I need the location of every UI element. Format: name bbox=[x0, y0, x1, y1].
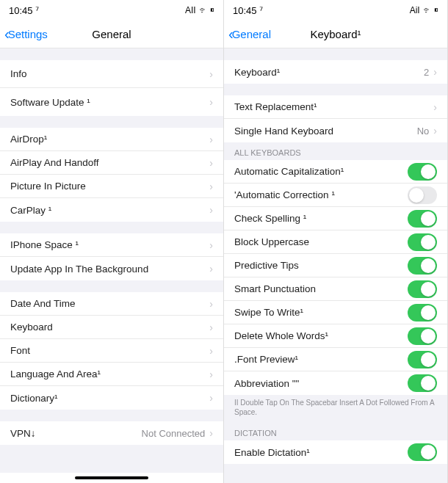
row-value: No bbox=[417, 126, 430, 137]
list-row[interactable]: Text Replacement¹› bbox=[224, 95, 447, 119]
row-label: Smart Punctuation bbox=[234, 283, 316, 294]
nav-title: General bbox=[92, 28, 131, 40]
row-label: Keyboard¹ bbox=[234, 67, 280, 78]
list-row[interactable]: VPN↓Not Connected› bbox=[0, 421, 223, 445]
group-vpn: VPN↓Not Connected› bbox=[0, 421, 223, 445]
row-label: CarPlay ¹ bbox=[10, 205, 51, 216]
row-label: Update App In The Background bbox=[10, 264, 148, 275]
chevron-right-icon: › bbox=[209, 68, 213, 80]
toggle-switch[interactable] bbox=[408, 186, 437, 204]
back-button[interactable]: ‹ General bbox=[224, 26, 271, 43]
row-enable-dictation[interactable]: Enable Dictation¹ bbox=[224, 440, 447, 464]
keyboard-settings-panel: 10:45 ⁷ AiI ᯤ ◧ ‹ General Keyboard¹ Keyb… bbox=[224, 0, 448, 483]
chevron-right-icon: › bbox=[209, 345, 213, 357]
row-label: IPhone Space ¹ bbox=[10, 239, 79, 250]
list-row[interactable]: Software Update ¹› bbox=[0, 88, 223, 116]
list-row[interactable]: Picture In Picture› bbox=[0, 175, 223, 198]
status-time: 10:45 ⁷ bbox=[9, 5, 39, 16]
row-value: 2 bbox=[424, 67, 429, 78]
toggle-switch[interactable] bbox=[408, 163, 437, 181]
row-label: Enable Dictation¹ bbox=[234, 447, 310, 458]
row-label: AirDrop¹ bbox=[10, 134, 47, 145]
status-icons: AiI ᯤ ◧ bbox=[410, 5, 438, 15]
group-locale: Date And Time›Keyboard›Font›Language And… bbox=[0, 292, 223, 410]
toggle-switch[interactable] bbox=[408, 280, 437, 298]
section-header-dictation: DICTATION bbox=[224, 423, 447, 440]
row-value: Not Connected bbox=[142, 428, 206, 439]
list-row[interactable]: Keyboard¹2› bbox=[224, 60, 447, 84]
status-bar: 10:45 ⁷ AiI ᯤ ◧ bbox=[224, 0, 447, 21]
list-row[interactable]: Dictionary¹› bbox=[0, 386, 223, 410]
row-label: Check Spelling ¹ bbox=[234, 213, 306, 224]
toggle-row[interactable]: Delete Whole Words¹ bbox=[224, 324, 447, 348]
list-row[interactable]: AirPlay And Handoff› bbox=[0, 151, 223, 175]
row-label: Abbreviation "" bbox=[234, 378, 299, 389]
group-keyboards: Keyboard¹2› bbox=[224, 60, 447, 84]
row-label: Keyboard bbox=[10, 322, 53, 333]
row-label: Automatic Capitalization¹ bbox=[234, 166, 344, 177]
toggle-row[interactable]: Abbreviation "" bbox=[224, 371, 447, 395]
toggle-row[interactable]: .Font Preview¹ bbox=[224, 348, 447, 371]
chevron-right-icon: › bbox=[433, 125, 437, 137]
row-label: 'Automatic Correction ¹ bbox=[234, 189, 335, 200]
toggle-switch[interactable] bbox=[408, 210, 437, 228]
list-row[interactable]: Language And Area¹› bbox=[0, 363, 223, 386]
section-footer-spacebar: II Double Tap On The Spacebar Insert A D… bbox=[224, 395, 447, 423]
list-row[interactable]: Info› bbox=[0, 60, 223, 88]
nav-title: Keyboard¹ bbox=[310, 28, 361, 40]
section-header-all-keyboards: ALL KEYBOARDS bbox=[224, 142, 447, 160]
toggle-row[interactable]: Swipe To Write¹ bbox=[224, 301, 447, 324]
chevron-right-icon: › bbox=[209, 392, 213, 404]
back-button[interactable]: ‹ Settings bbox=[0, 26, 48, 43]
toggle-row[interactable]: 'Automatic Correction ¹ bbox=[224, 184, 447, 207]
chevron-right-icon: › bbox=[209, 204, 213, 216]
row-label: Date And Time bbox=[10, 298, 76, 309]
group-storage: IPhone Space ¹›Update App In The Backgro… bbox=[0, 233, 223, 280]
home-bar[interactable] bbox=[75, 476, 148, 479]
row-label: Single Hand Keyboard bbox=[234, 126, 333, 137]
toggle-row[interactable]: Smart Punctuation bbox=[224, 277, 447, 301]
chevron-right-icon: › bbox=[209, 134, 213, 145]
toggle-enable-dictation[interactable] bbox=[408, 443, 437, 461]
chevron-right-icon: › bbox=[433, 66, 437, 78]
row-label: Info bbox=[10, 68, 27, 79]
chevron-right-icon: › bbox=[209, 298, 213, 310]
list-row[interactable]: IPhone Space ¹› bbox=[0, 233, 223, 257]
toggle-switch[interactable] bbox=[408, 233, 437, 251]
toggle-switch[interactable] bbox=[408, 351, 437, 368]
row-label: Dictionary¹ bbox=[10, 393, 58, 404]
row-label: Text Replacement¹ bbox=[234, 101, 317, 112]
list-row[interactable]: Keyboard› bbox=[0, 316, 223, 339]
toggle-row[interactable]: Predictive Tips bbox=[224, 254, 447, 277]
toggle-switch[interactable] bbox=[408, 327, 437, 345]
toggle-row[interactable]: Check Spelling ¹ bbox=[224, 207, 447, 230]
content-scroll[interactable]: Info›Software Update ¹› AirDrop¹›AirPlay… bbox=[0, 48, 223, 473]
list-row[interactable]: Update App In The Background› bbox=[0, 257, 223, 280]
row-label: Swipe To Write¹ bbox=[234, 307, 303, 318]
chevron-right-icon: › bbox=[209, 157, 213, 169]
back-label: General bbox=[232, 28, 271, 40]
row-label: .Font Preview¹ bbox=[234, 354, 298, 365]
list-row[interactable]: CarPlay ¹› bbox=[0, 198, 223, 222]
toggle-row[interactable]: Block Uppercase bbox=[224, 230, 447, 254]
chevron-right-icon: › bbox=[209, 322, 213, 333]
chevron-right-icon: › bbox=[209, 263, 213, 275]
row-label: Predictive Tips bbox=[234, 260, 299, 271]
list-row[interactable]: Font› bbox=[0, 339, 223, 363]
content-scroll[interactable]: Keyboard¹2› Text Replacement¹›Single Han… bbox=[224, 48, 447, 483]
status-icons: AII ᯤ ◧ bbox=[185, 5, 214, 15]
general-settings-panel: 10:45 ⁷ AII ᯤ ◧ ‹ Settings General Info›… bbox=[0, 0, 224, 483]
list-row[interactable]: Date And Time› bbox=[0, 292, 223, 316]
group-airplay: AirDrop¹›AirPlay And Handoff›Picture In … bbox=[0, 128, 223, 222]
toggle-switch[interactable] bbox=[408, 374, 437, 392]
row-label: Block Uppercase bbox=[234, 236, 309, 247]
toggle-switch[interactable] bbox=[408, 304, 437, 322]
group-info: Info›Software Update ¹› bbox=[0, 60, 223, 116]
toggle-row[interactable]: Automatic Capitalization¹ bbox=[224, 160, 447, 184]
list-row[interactable]: AirDrop¹› bbox=[0, 128, 223, 151]
row-label: Picture In Picture bbox=[10, 181, 86, 192]
list-row[interactable]: Single Hand KeyboardNo› bbox=[224, 119, 447, 142]
home-indicator bbox=[0, 473, 223, 483]
toggle-switch[interactable] bbox=[408, 257, 437, 275]
chevron-right-icon: › bbox=[209, 239, 213, 251]
